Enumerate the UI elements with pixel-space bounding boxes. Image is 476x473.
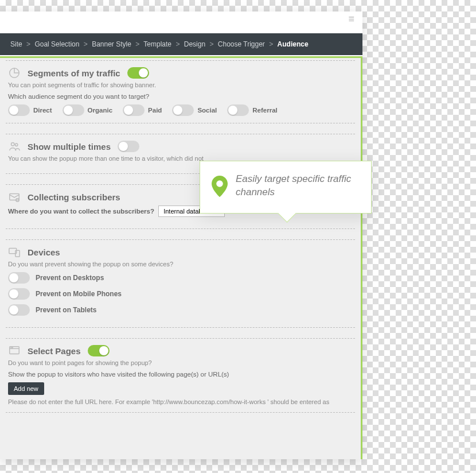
devices-title: Devices (28, 247, 60, 257)
toggle-referral[interactable] (227, 104, 249, 116)
svg-point-1 (11, 143, 15, 146)
bc-sep: > (135, 40, 139, 48)
app-panel: ≡ Site > Goal Selection > Banner Style >… (0, 11, 362, 459)
segment-social: Social (172, 104, 217, 116)
bc-banner-style[interactable]: Banner Style (92, 40, 131, 48)
users-icon (8, 140, 21, 153)
callout-text: Easily target specific traffic channels (236, 173, 357, 199)
map-pin-icon (212, 176, 228, 196)
pie-chart-icon (8, 67, 21, 79)
add-new-button[interactable]: Add new (8, 382, 44, 395)
pages-title: Select Pages (28, 346, 81, 356)
device-tablet: Prevent on Tablets (8, 304, 353, 316)
section-pages: Select Pages Do you want to point pages … (6, 338, 355, 413)
envelope-user-icon (8, 191, 21, 203)
bc-audience: Audience (278, 40, 309, 48)
svg-point-10 (216, 180, 223, 187)
bc-sep: > (209, 40, 213, 48)
toggle-organic[interactable] (63, 104, 84, 116)
content-area: Segments of my traffic You can point seg… (0, 56, 362, 459)
bc-sep: > (26, 40, 30, 48)
segments-question: Which audience segment do you want to ta… (8, 93, 353, 100)
svg-point-8 (11, 347, 11, 348)
toggle-direct[interactable] (8, 104, 30, 116)
subscribers-question-text: Where do you want to collect the subscri… (8, 208, 154, 215)
pages-toggle[interactable] (88, 345, 110, 356)
segments-subtitle: You can point segments of traffic for sh… (8, 82, 353, 88)
svg-rect-3 (10, 194, 19, 200)
menu-icon[interactable]: ≡ (343, 17, 354, 26)
bc-site[interactable]: Site (10, 40, 22, 48)
pages-note: Please do not enter the full URL here. F… (8, 398, 353, 405)
bc-trigger[interactable]: Choose Trigger (218, 40, 265, 48)
devices-icon (8, 246, 21, 258)
pages-question: Do you want to point pages for showing t… (8, 359, 353, 366)
toggle-mobile[interactable] (8, 288, 30, 300)
label-paid: Paid (148, 107, 162, 114)
segments-title: Segments of my traffic (28, 68, 120, 78)
bc-sep: > (175, 40, 180, 48)
label-organic: Organic (88, 107, 112, 114)
bc-sep: > (269, 40, 273, 48)
callout-tooltip: Easily target specific traffic channels (200, 161, 372, 214)
label-referral: Referral (252, 107, 277, 114)
segment-paid: Paid (123, 104, 162, 116)
svg-point-2 (15, 144, 17, 146)
devices-question: Do you want prevent showing the popup on… (8, 261, 353, 267)
toggle-tablet[interactable] (8, 304, 30, 316)
segment-organic: Organic (63, 104, 112, 116)
section-segments: Segments of my traffic You can point seg… (6, 60, 355, 123)
pages-icon (8, 344, 21, 357)
label-tablet: Prevent on Tablets (36, 306, 96, 314)
subscribers-title: Collecting subscribers (28, 192, 120, 202)
toggle-paid[interactable] (123, 104, 145, 116)
bc-sep: > (84, 40, 88, 48)
pages-line: Show the popup to visitors who have visi… (8, 371, 353, 378)
toggle-social[interactable] (172, 104, 194, 116)
multiple-title: Show multiple times (28, 142, 111, 152)
segments-options: Direct Organic Paid Social Referral (8, 104, 353, 116)
segment-direct: Direct (8, 104, 52, 116)
device-mobile: Prevent on Mobile Phones (8, 288, 353, 300)
multiple-toggle[interactable] (118, 141, 139, 152)
segments-toggle[interactable] (127, 67, 149, 79)
label-direct: Direct (33, 107, 52, 114)
toggle-desktop[interactable] (8, 272, 30, 284)
bc-template[interactable]: Template (143, 40, 171, 48)
bc-goal[interactable]: Goal Selection (34, 40, 79, 48)
svg-point-9 (12, 347, 13, 348)
label-social: Social (197, 107, 217, 114)
section-devices: Devices Do you want prevent showing the … (6, 239, 355, 328)
label-mobile: Prevent on Mobile Phones (36, 290, 122, 298)
bc-design[interactable]: Design (184, 40, 205, 48)
label-desktop: Prevent on Desktops (36, 274, 104, 282)
segment-referral: Referral (227, 104, 277, 116)
breadcrumb: Site > Goal Selection > Banner Style > T… (0, 33, 362, 55)
device-desktop: Prevent on Desktops (8, 272, 353, 284)
